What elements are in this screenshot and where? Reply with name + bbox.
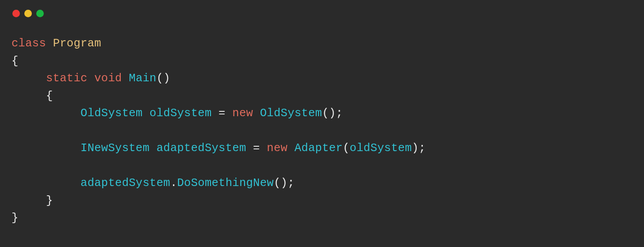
paren-close: ): [412, 142, 419, 155]
close-icon[interactable]: [12, 10, 20, 17]
code-line: {: [12, 53, 644, 70]
code-block: class Program { static void Main() { Old…: [0, 17, 644, 227]
space: [122, 72, 129, 85]
brace-open: {: [46, 90, 53, 103]
keyword-static: static: [46, 72, 88, 85]
code-line: static void Main(): [12, 70, 644, 87]
semicolon: ;: [336, 107, 343, 120]
brace-close: }: [12, 212, 19, 224]
window-controls: [0, 0, 644, 17]
code-line: adaptedSystem.DoSomethingNew();: [12, 175, 644, 192]
keyword-new: new: [267, 142, 288, 155]
method-main: Main: [129, 72, 156, 85]
maximize-icon[interactable]: [36, 10, 44, 17]
var-adaptedsystem: adaptedSystem: [80, 177, 170, 190]
class-name: Program: [53, 37, 101, 50]
indent: [12, 90, 46, 103]
brace-close: }: [46, 194, 53, 207]
dot-operator: .: [170, 177, 177, 190]
space: [150, 142, 157, 155]
var-adaptedsystem: adaptedSystem: [157, 142, 246, 155]
keyword-new: new: [232, 107, 253, 120]
indent: [12, 194, 46, 207]
paren-open: (: [343, 142, 350, 155]
code-line-blank: [12, 157, 644, 175]
var-oldsystem: oldSystem: [150, 107, 211, 120]
brace-open: {: [12, 55, 19, 68]
method-dosomethingnew: DoSomethingNew: [177, 177, 273, 190]
indent: [12, 72, 46, 85]
keyword-class: class: [12, 37, 46, 50]
indent: [12, 107, 80, 120]
indent: [12, 142, 80, 155]
semicolon: ;: [419, 142, 426, 155]
parens: (): [157, 72, 170, 85]
equals: =: [246, 142, 267, 155]
indent: [12, 177, 80, 190]
space: [88, 72, 95, 85]
type-inewsystem: INewSystem: [80, 142, 150, 155]
space: [46, 37, 53, 50]
parens: (): [322, 107, 336, 120]
semicolon: ;: [288, 177, 295, 190]
code-line-blank: [12, 122, 644, 140]
ctor-adapter: Adapter: [295, 142, 343, 155]
ctor-oldsystem: OldSystem: [260, 107, 322, 120]
code-line: OldSystem oldSystem = new OldSystem();: [12, 105, 644, 122]
equals: =: [212, 107, 233, 120]
type-oldsystem: OldSystem: [80, 107, 142, 120]
keyword-void: void: [94, 72, 122, 85]
space: [142, 107, 150, 120]
code-line: {: [12, 87, 644, 105]
arg-oldsystem: oldSystem: [350, 142, 412, 155]
code-line: }: [12, 192, 644, 210]
code-line: INewSystem adaptedSystem = new Adapter(o…: [12, 140, 644, 157]
code-line: class Program: [12, 35, 644, 53]
parens: (): [274, 177, 288, 190]
space: [253, 107, 260, 120]
space: [288, 142, 295, 155]
code-line: }: [12, 209, 644, 227]
minimize-icon[interactable]: [24, 10, 32, 17]
